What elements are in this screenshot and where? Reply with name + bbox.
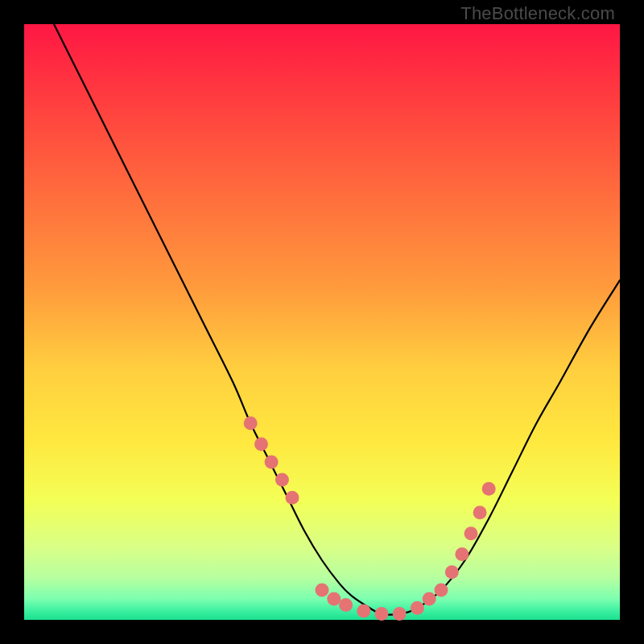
highlight-dot — [464, 526, 478, 540]
highlight-dot — [244, 416, 258, 430]
highlight-dot — [286, 491, 299, 505]
highlight-dot — [423, 592, 436, 606]
highlight-dot — [254, 437, 268, 451]
chart-background — [24, 24, 620, 620]
highlight-dot — [435, 584, 448, 597]
highlight-dot — [316, 584, 329, 597]
highlight-dot — [265, 455, 279, 469]
highlight-dot — [357, 604, 370, 617]
highlight-dot — [339, 598, 353, 612]
highlight-dot — [455, 547, 469, 561]
highlight-dot — [482, 482, 496, 496]
bottleneck-chart — [24, 24, 620, 620]
highlight-dot — [445, 565, 459, 579]
watermark-text: TheBottleneck.com — [460, 3, 615, 24]
highlight-dot — [411, 601, 424, 615]
highlight-dot — [473, 506, 487, 519]
highlight-dot — [275, 473, 289, 487]
highlight-dot — [375, 607, 389, 621]
chart-frame: TheBottleneck.com — [0, 0, 644, 644]
highlight-dot — [327, 592, 341, 606]
highlight-dot — [393, 607, 407, 621]
